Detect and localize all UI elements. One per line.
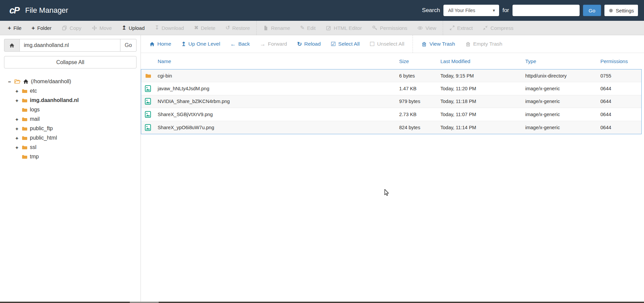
nav-label: Empty Trash	[473, 41, 502, 47]
toolbar-separator	[256, 21, 257, 35]
restore-icon: ↺	[225, 25, 230, 31]
tree-item-mail[interactable]: + mail	[0, 114, 141, 124]
up-arrow-icon: ↥	[181, 41, 186, 47]
nav-separator	[413, 35, 413, 53]
file-name: cgi-bin	[158, 73, 399, 79]
collapse-all-button[interactable]: Collapse All	[4, 56, 137, 68]
column-header-size[interactable]: Size	[399, 58, 440, 64]
file-size: 2.73 KB	[399, 112, 440, 117]
toolbar-button-html-editor: HTML Editor	[321, 21, 367, 35]
toolbar-button-file[interactable]: +File	[3, 21, 26, 35]
path-input[interactable]	[19, 39, 120, 52]
column-header-type[interactable]: Type	[525, 58, 600, 64]
column-header-last-modified[interactable]: Last Modified	[440, 58, 525, 64]
file-size: 979 bytes	[399, 99, 440, 104]
folder-icon	[21, 97, 28, 104]
collapse-toggle-icon[interactable]: −	[8, 79, 14, 85]
toolbar-button-compress: Compress	[478, 21, 518, 35]
right-arrow-icon: →	[260, 41, 266, 47]
table-row-javaw-png[interactable]: javaw_hNLty4JsdM.png 1.47 KB Today, 11:2…	[141, 82, 641, 95]
expand-toggle-icon[interactable]: +	[15, 126, 21, 132]
table-row-sharex-sgb-png[interactable]: ShareX_SGBjVtXrV9.png 2.73 KB Today, 11:…	[141, 108, 641, 121]
path-go-button[interactable]: Go	[120, 39, 137, 52]
table-row-sharex-ypo-png[interactable]: ShareX_ypO6i8uW7u.png 824 bytes Today, 1…	[141, 121, 641, 134]
bottom-edge-strip-segment	[130, 302, 159, 303]
tree-item-public-ftp[interactable]: + public_ftp	[0, 124, 141, 133]
file-permissions: 0644	[600, 99, 641, 104]
toolbar-button-move: Move	[87, 21, 117, 35]
image-file-icon	[145, 98, 151, 105]
tree-item-label: public_html	[30, 135, 57, 141]
toolbar-label: HTML Editor	[334, 25, 362, 31]
image-file-icon	[145, 124, 151, 131]
search-input[interactable]	[513, 5, 580, 16]
toolbar-label: Delete	[201, 25, 215, 31]
home-addon-button[interactable]	[4, 39, 19, 52]
html-editor-icon	[326, 25, 331, 31]
file-modified: Today, 11:14 PM	[440, 125, 525, 130]
toolbar-label: Folder	[37, 25, 52, 31]
expand-toggle-icon[interactable]: +	[15, 98, 21, 103]
table-row-cgi-bin[interactable]: cgi-bin 6 bytes Today, 9:15 PM httpd/uni…	[141, 69, 641, 82]
tree-item-public-html[interactable]: + public_html	[0, 133, 141, 143]
navigation-bar: Home ↥Up One Level ←Back →Forward ↻Reloa…	[141, 35, 644, 53]
expand-toggle-icon[interactable]: +	[15, 135, 21, 141]
folder-icon	[21, 154, 28, 160]
toolbar-label: Compress	[490, 25, 513, 31]
app-header: cP File Manager Search All Your Files ▼ …	[0, 0, 644, 21]
key-icon	[372, 25, 378, 31]
nav-reload-button[interactable]: ↻Reload	[292, 41, 326, 47]
home-icon	[23, 79, 29, 85]
nav-select-all-button[interactable]: ☑Select All	[326, 41, 365, 47]
toolbar-button-permissions: Permissions	[367, 21, 413, 35]
tree-item-root[interactable]: − (/home/daanholl)	[0, 77, 141, 86]
file-list-panel: Home ↥Up One Level ←Back →Forward ↻Reloa…	[141, 35, 644, 302]
upload-icon: ↥	[122, 25, 126, 31]
trash-icon	[465, 41, 471, 47]
folder-icon	[21, 144, 28, 151]
table-row-nvidia-share-png[interactable]: NVIDIA_Share_bZlKCN4rbm.png 979 bytes To…	[141, 95, 641, 108]
settings-button[interactable]: Settings	[604, 5, 638, 16]
nav-back-button[interactable]: ←Back	[225, 41, 255, 47]
tree-item-tmp[interactable]: tmp	[0, 152, 141, 161]
file-name: ShareX_ypO6i8uW7u.png	[158, 125, 399, 130]
nav-empty-trash-button: Empty Trash	[460, 41, 507, 47]
column-header-permissions[interactable]: Permissions	[600, 58, 644, 64]
toolbar-button-edit: ✎Edit	[295, 21, 321, 35]
toolbar-button-folder[interactable]: +Folder	[26, 21, 56, 35]
checkbox-empty-icon: ☐	[370, 41, 375, 47]
tree-item-ssl[interactable]: + ssl	[0, 143, 141, 152]
toolbar-button-download: ↧Download	[150, 21, 189, 35]
search-go-button[interactable]: Go	[583, 5, 601, 16]
tree-item-logs[interactable]: logs	[0, 105, 141, 114]
file-permissions: 0644	[600, 86, 641, 91]
file-permissions: 0644	[600, 125, 641, 130]
tree-item-label: logs	[30, 107, 40, 113]
home-icon	[9, 43, 15, 48]
copy-icon	[62, 25, 67, 31]
file-size: 824 bytes	[399, 125, 440, 130]
nav-forward-button: →Forward	[255, 41, 292, 47]
tree-item-label: tmp	[30, 154, 39, 160]
search-scope-select[interactable]: All Your Files ▼	[443, 5, 499, 16]
nav-view-trash-button[interactable]: View Trash	[416, 41, 460, 47]
nav-up-one-level-button[interactable]: ↥Up One Level	[176, 41, 225, 47]
column-header-name[interactable]: Name	[158, 58, 399, 64]
expand-toggle-icon[interactable]: +	[15, 145, 21, 150]
nav-home-button[interactable]: Home	[144, 41, 176, 47]
expand-toggle-icon[interactable]: +	[15, 116, 21, 122]
content-area: Go Collapse All − (/home/daanholl) + etc…	[0, 35, 644, 302]
file-name: javaw_hNLty4JsdM.png	[158, 86, 399, 91]
file-type: image/x-generic	[525, 99, 600, 104]
tree-item-img-daanholland-nl[interactable]: + img.daanholland.nl	[0, 96, 141, 105]
eye-icon	[417, 25, 423, 31]
search-scope-value: All Your Files	[448, 8, 475, 13]
file-modified: Today, 9:15 PM	[440, 73, 525, 79]
nav-label: Up One Level	[189, 41, 220, 47]
toolbar-label: Extract	[457, 25, 473, 31]
toolbar-button-copy: Copy	[57, 21, 87, 35]
toolbar-button-upload[interactable]: ↥Upload	[117, 21, 150, 35]
tree-item-label: etc	[30, 88, 37, 94]
tree-item-etc[interactable]: + etc	[0, 86, 141, 96]
expand-toggle-icon[interactable]: +	[15, 88, 21, 94]
